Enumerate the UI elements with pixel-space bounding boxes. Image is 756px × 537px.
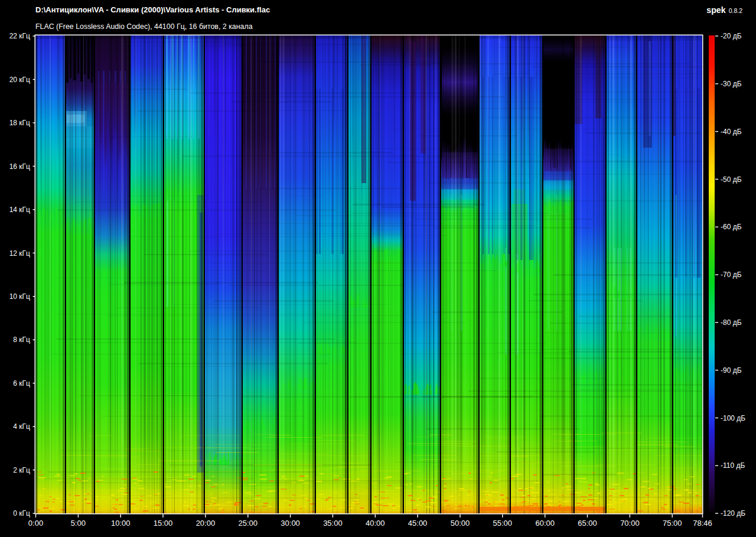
svg-text:16 кГц: 16 кГц <box>9 162 30 171</box>
svg-text:0:00: 0:00 <box>28 519 43 528</box>
svg-text:15:00: 15:00 <box>154 519 173 528</box>
svg-text:60:00: 60:00 <box>535 519 555 528</box>
svg-text:55:00: 55:00 <box>493 519 513 528</box>
svg-text:45:00: 45:00 <box>408 519 428 528</box>
svg-text:-30 дБ: -30 дБ <box>721 80 742 88</box>
svg-text:2 кГц: 2 кГц <box>13 466 30 474</box>
svg-text:-110 дБ: -110 дБ <box>721 461 745 470</box>
svg-text:-60 дБ: -60 дБ <box>721 223 742 231</box>
svg-text:10 кГц: 10 кГц <box>9 292 30 301</box>
svg-text:30:00: 30:00 <box>281 519 300 528</box>
svg-text:FLAC (Free Lossless Audio Code: FLAC (Free Lossless Audio Codec), 44100 … <box>35 22 253 31</box>
svg-text:14 кГц: 14 кГц <box>9 206 30 214</box>
svg-text:-120 дБ: -120 дБ <box>721 509 745 518</box>
svg-text:40:00: 40:00 <box>366 519 385 528</box>
svg-text:-50 дБ: -50 дБ <box>721 175 742 184</box>
svg-text:20 кГц: 20 кГц <box>9 76 30 84</box>
svg-text:-90 дБ: -90 дБ <box>721 366 742 375</box>
svg-text:12 кГц: 12 кГц <box>9 249 30 258</box>
svg-text:4 кГц: 4 кГц <box>13 422 30 431</box>
svg-text:-20 дБ: -20 дБ <box>721 32 742 40</box>
svg-text:-100 дБ: -100 дБ <box>721 414 745 422</box>
svg-text:0 кГц: 0 кГц <box>13 509 30 518</box>
svg-text:70:00: 70:00 <box>620 519 640 528</box>
svg-text:25:00: 25:00 <box>239 519 258 528</box>
svg-text:35:00: 35:00 <box>323 519 343 528</box>
svg-text:10:00: 10:00 <box>111 519 131 528</box>
svg-text:75:00: 75:00 <box>663 519 682 528</box>
svg-text:78:46: 78:46 <box>693 519 712 528</box>
svg-text:5:00: 5:00 <box>71 519 86 528</box>
svg-text:6 кГц: 6 кГц <box>13 379 30 388</box>
svg-text:-40 дБ: -40 дБ <box>721 128 742 136</box>
svg-text:spek0.8.2: spek0.8.2 <box>706 5 742 15</box>
svg-text:18 кГц: 18 кГц <box>9 119 30 127</box>
svg-text:22 кГц: 22 кГц <box>9 32 30 40</box>
svg-text:-70 дБ: -70 дБ <box>721 271 742 279</box>
svg-text:65:00: 65:00 <box>578 519 597 528</box>
svg-text:D:\Антициклон\VA - Сливки (200: D:\Антициклон\VA - Сливки (2000)\Various… <box>35 5 270 14</box>
svg-text:50:00: 50:00 <box>451 519 470 528</box>
svg-text:20:00: 20:00 <box>196 519 216 528</box>
svg-text:-80 дБ: -80 дБ <box>721 318 742 327</box>
svg-text:8 кГц: 8 кГц <box>13 336 30 344</box>
